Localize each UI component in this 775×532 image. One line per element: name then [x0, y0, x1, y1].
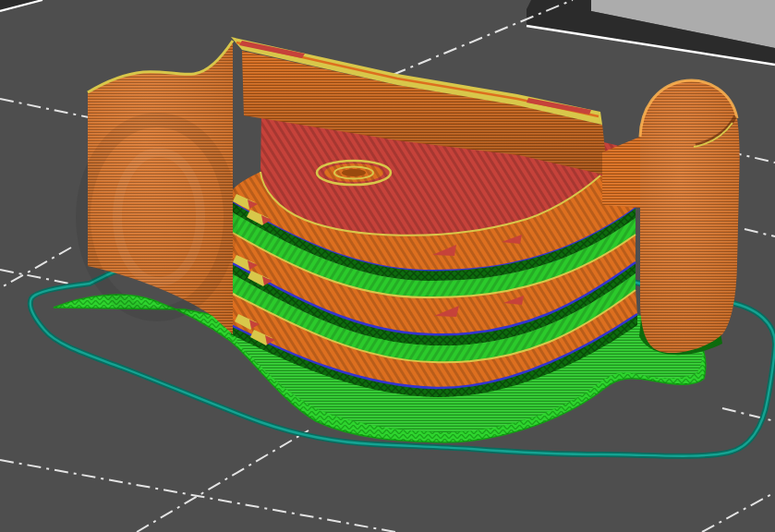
circular-ramp-core	[317, 161, 391, 185]
slicer-3d-viewport[interactable]	[0, 0, 775, 532]
gcode-preview-canvas[interactable]	[0, 0, 775, 532]
right-curved-tower	[639, 80, 740, 355]
